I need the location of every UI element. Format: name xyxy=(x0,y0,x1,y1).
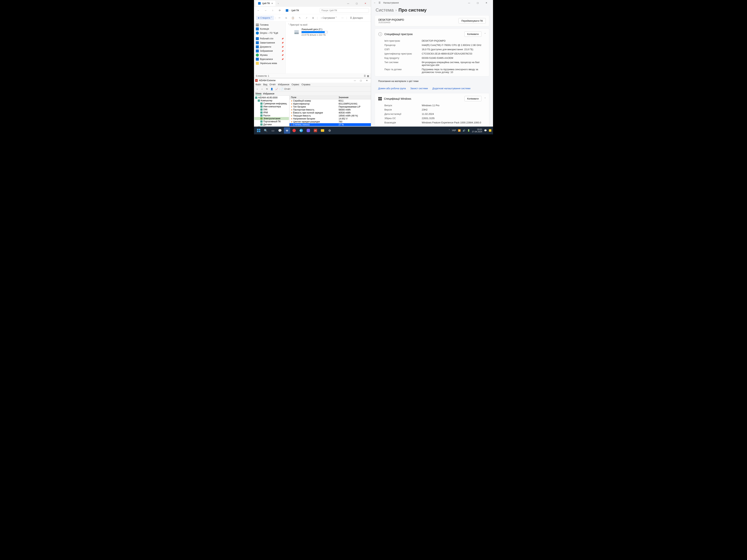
up-button[interactable]: ↑ xyxy=(270,8,275,13)
maximize-button[interactable]: ▢ xyxy=(358,78,364,82)
search-button[interactable]: 🔍 xyxy=(263,127,269,134)
volume-icon[interactable]: 🔊 xyxy=(463,129,465,132)
close-tab-icon[interactable]: × xyxy=(272,2,273,5)
related-link[interactable]: Додаткові налаштування системи xyxy=(432,87,470,90)
tree-node[interactable]: Суммарная информац xyxy=(254,102,289,105)
menu-item[interactable]: Сервис xyxy=(291,83,299,86)
view-grid-icon[interactable]: ▦ xyxy=(367,75,369,77)
language-indicator[interactable]: УКР xyxy=(452,129,456,132)
tree-node[interactable]: Разгон xyxy=(254,114,289,117)
word-button[interactable]: W xyxy=(284,127,290,134)
opera-button[interactable] xyxy=(291,127,297,134)
list-row[interactable]: ●Текущая ёмкость19540 mWh (48 %) xyxy=(289,114,371,117)
report-button[interactable]: 📄 Отчёт xyxy=(281,87,290,91)
nav-item[interactable]: Колекція xyxy=(255,27,285,31)
tree-node[interactable]: AIDA64 v6.85.6300 xyxy=(254,96,289,99)
tree-node[interactable]: Компьютер xyxy=(254,99,289,102)
nav-item[interactable]: Головна xyxy=(255,23,285,27)
forward-button[interactable]: → xyxy=(263,8,268,13)
nav-item[interactable]: Dmytro – ГО "ЄдК xyxy=(255,31,285,35)
nav-item[interactable]: Зображення📌 xyxy=(255,49,285,53)
copy-button[interactable]: ⧉ xyxy=(283,16,289,20)
nav-item[interactable]: Документи📌 xyxy=(255,45,285,49)
tree-node[interactable]: Датчики xyxy=(254,123,289,126)
list-row[interactable]: ●Циклов зарядки-разрядки760 xyxy=(289,120,371,123)
cut-button[interactable]: ✂ xyxy=(277,16,282,20)
start-button[interactable] xyxy=(256,127,262,134)
new-tab-button[interactable]: ＋ xyxy=(276,1,281,6)
tree-node[interactable]: Электропитание xyxy=(254,117,289,120)
maximize-button[interactable]: ▢ xyxy=(473,0,482,6)
aida64-button[interactable]: 64 xyxy=(312,127,318,134)
delete-button[interactable]: 🗑 xyxy=(310,16,316,20)
crumb-system[interactable]: Система xyxy=(376,7,394,13)
copy-device-button[interactable]: Копіювати xyxy=(464,31,482,37)
close-button[interactable]: ✕ xyxy=(364,78,370,82)
search-input[interactable]: Пошук: Цей ПК xyxy=(320,8,369,13)
nav-item[interactable]: Відеозаписи📌 xyxy=(255,57,285,61)
rename-button[interactable]: ✎ xyxy=(297,16,303,20)
explorer-button[interactable] xyxy=(319,127,326,134)
list-row[interactable]: ●Паспортная ёмкость56000 mWh xyxy=(289,108,371,111)
tree-node[interactable]: Имя компьютера xyxy=(254,105,289,108)
forward-button[interactable]: › xyxy=(260,87,264,91)
group-header[interactable]: ˅ Пристрої та носії xyxy=(288,23,369,27)
clock[interactable]: 19:01 27.04.2024 xyxy=(472,128,482,133)
nav3-button[interactable]: 📈 xyxy=(275,87,279,91)
list-row[interactable]: ●Ёмкость при полной зарядке40530 mWh xyxy=(289,111,371,114)
list-row[interactable]: ●Степень износа27 % xyxy=(289,123,371,126)
view-list-icon[interactable]: ☰ xyxy=(364,75,366,77)
explorer-tab[interactable]: Цей ПК × xyxy=(256,1,276,6)
tray-expand-icon[interactable]: ˄ xyxy=(449,129,450,132)
taskview-button[interactable]: ▭ xyxy=(270,127,276,134)
paste-button[interactable]: 📋 xyxy=(290,16,296,20)
refresh-button[interactable]: ⟳ xyxy=(277,8,282,13)
nav1-button[interactable]: ⟲ xyxy=(265,87,269,91)
copy-windows-button[interactable]: Копіювати xyxy=(464,96,482,101)
back-button[interactable]: ‹ xyxy=(255,87,259,91)
tree-node[interactable]: IPMI xyxy=(254,111,289,114)
new-button[interactable]: ⊕ Створити ˅ xyxy=(256,16,274,20)
related-link[interactable]: Захист системи xyxy=(410,87,428,90)
minimize-button[interactable]: — xyxy=(465,0,473,6)
details-button[interactable]: ☰ Докладно xyxy=(348,16,365,20)
nav-item[interactable]: Музика📌 xyxy=(255,53,285,57)
list-row[interactable]: ●Идентификатор6011SMP01AV441 xyxy=(289,102,371,105)
chevron-up-icon[interactable]: ˄ xyxy=(484,97,486,100)
address-box[interactable]: › Цей ПК xyxy=(284,8,318,12)
nav2-button[interactable]: 👤 xyxy=(270,87,274,91)
chevron-up-icon[interactable]: ˄ xyxy=(484,33,486,36)
notifications-icon[interactable]: 💬 xyxy=(484,129,487,132)
col-value[interactable]: Значение xyxy=(337,96,371,99)
menu-item[interactable]: Вид xyxy=(263,83,267,86)
maximize-button[interactable]: ▢ xyxy=(353,1,361,6)
close-button[interactable]: ✕ xyxy=(482,0,490,6)
menu-icon[interactable]: ☰ xyxy=(379,1,381,4)
share-button[interactable]: ↗ xyxy=(304,16,309,20)
menu-item[interactable]: Справка xyxy=(302,83,310,86)
wifi-icon[interactable]: 📶 xyxy=(458,129,461,132)
list-row[interactable]: ●Напряжение батареи14.652 V xyxy=(289,117,371,120)
drive-item[interactable]: Локальний диск (C:) 22,6 ГБ вільно з 222… xyxy=(288,27,369,37)
copilot-icon[interactable]: 🟨 xyxy=(489,129,491,132)
telegram-button[interactable]: ✈ xyxy=(298,127,304,134)
menu-item[interactable]: Отчёт xyxy=(269,83,276,86)
nav-item[interactable]: Українська мова xyxy=(255,61,285,65)
minimize-button[interactable]: — xyxy=(344,1,352,6)
rename-pc-button[interactable]: Перейменувати ПК xyxy=(459,18,486,24)
list-row[interactable]: ●Тип батареиПерезаряжаемая LiP xyxy=(289,105,371,108)
tree-node[interactable]: DMI xyxy=(254,108,289,111)
related-link[interactable]: Домен або робоча група xyxy=(378,87,406,90)
more-button[interactable]: ⋯ xyxy=(340,16,345,20)
tree-node[interactable]: Портативный ПК xyxy=(254,120,289,123)
menu-item[interactable]: Избранное xyxy=(278,83,289,86)
nav-item[interactable]: Робочий стіл📌 xyxy=(255,36,285,41)
viber-button[interactable] xyxy=(305,127,311,134)
tab[interactable]: Избранное xyxy=(263,92,274,95)
close-button[interactable]: ✕ xyxy=(361,1,369,6)
settings-button[interactable]: ⚙ xyxy=(327,127,333,134)
battery-icon[interactable]: 🔋 xyxy=(467,129,470,132)
back-button[interactable]: ← xyxy=(256,8,261,13)
list-row[interactable]: ●Серийный номер6011 xyxy=(289,99,371,103)
sort-button[interactable]: ↕ Сортування ˅ xyxy=(319,16,339,20)
